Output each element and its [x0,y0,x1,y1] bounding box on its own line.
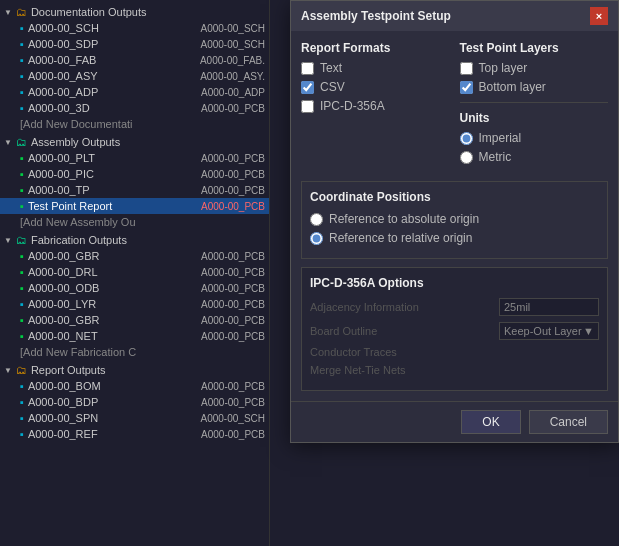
absolute-radio[interactable] [310,213,323,226]
section-header-report[interactable]: ▼ 🗂 Report Outputs [0,362,269,378]
csv-checkbox[interactable] [301,81,314,94]
ipc-options-section: IPC-D-356A Options Adjacency Information… [301,267,608,391]
cancel-button[interactable]: Cancel [529,410,608,434]
tree-item[interactable]: ▪ A000-00_REF A000-00_PCB [0,426,269,442]
item-output: A000-00_SCH [201,413,265,424]
item-name: A000-00_TP [28,184,193,196]
relative-radio[interactable] [310,232,323,245]
ipc-checkbox[interactable] [301,100,314,113]
bottom-layer-checkbox[interactable] [460,81,473,94]
item-name: A000-00_PIC [28,168,193,180]
item-name: A000-00_PLT [28,152,193,164]
right-col: Test Point Layers Top layer Bottom layer… [460,41,609,169]
item-name: A000-00_GBR [28,314,193,326]
metric-radio[interactable] [460,151,473,164]
tree-item[interactable]: ▪ A000-00_ADP A000-00_ADP [0,84,269,100]
item-output: A000-00_PCB [201,169,265,180]
item-icon: ▪ [20,282,24,294]
imperial-label[interactable]: Imperial [479,131,522,145]
tree-item[interactable]: ▪ A000-00_LYR A000-00_PCB [0,296,269,312]
tree-item[interactable]: ▪ A000-00_DRL A000-00_PCB [0,264,269,280]
item-name: A000-00_ASY [28,70,192,82]
item-icon: ▪ [20,168,24,180]
item-name: A000-00_ODB [28,282,193,294]
tree-item[interactable]: ▪ A000-00_SPN A000-00_SCH [0,410,269,426]
item-icon: ▪ [20,184,24,196]
tree-item[interactable]: ▪ A000-00_BOM A000-00_PCB [0,378,269,394]
section-label-documentation: Documentation Outputs [31,6,147,18]
top-layer-checkbox[interactable] [460,62,473,75]
item-output: A000-00_PCB [201,103,265,114]
checkbox-top-layer: Top layer [460,61,609,75]
tree-item[interactable]: ▪ A000-00_ODB A000-00_PCB [0,280,269,296]
tree-item[interactable]: ▪ A000-00_FAB A000-00_FAB. [0,52,269,68]
section-header-fabrication[interactable]: ▼ 🗂 Fabrication Outputs [0,232,269,248]
report-formats-title: Report Formats [301,41,450,55]
bottom-layer-label[interactable]: Bottom layer [479,80,546,94]
tree-item[interactable]: ▪ A000-00_PIC A000-00_PCB [0,166,269,182]
tree-item[interactable]: ▪ A000-00_GBR A000-00_PCB [0,248,269,264]
tree-item-selected[interactable]: ▪ Test Point Report A000-00_PCB [0,198,269,214]
item-output: A000-00_PCB [201,397,265,408]
item-name: A000-00_SCH [28,22,193,34]
csv-label[interactable]: CSV [320,80,345,94]
section-header-assembly[interactable]: ▼ 🗂 Assembly Outputs [0,134,269,150]
imperial-radio[interactable] [460,132,473,145]
tree-item[interactable]: ▪ A000-00_NET A000-00_PCB [0,328,269,344]
dialog-title-bar: Assembly Testpoint Setup × [291,1,618,31]
tree-item[interactable]: ▪ A000-00_BDP A000-00_PCB [0,394,269,410]
ok-button[interactable]: OK [461,410,520,434]
item-output: A000-00_ASY. [200,71,265,82]
ipc-label[interactable]: IPC-D-356A [320,99,385,113]
item-name: A000-00_BOM [28,380,193,392]
item-name: A000-00_NET [28,330,193,342]
section-icon-documentation: 🗂 [16,6,27,18]
relative-label[interactable]: Reference to relative origin [329,231,472,245]
triangle-icon: ▼ [4,366,12,375]
ipc-options-title: IPC-D-356A Options [310,276,599,290]
item-icon: ▪ [20,330,24,342]
text-label[interactable]: Text [320,61,342,75]
add-documentation[interactable]: [Add New Documentati [0,116,269,132]
item-icon: ▪ [20,314,24,326]
section-icon-assembly: 🗂 [16,136,27,148]
item-output: A000-00_PCB [201,283,265,294]
tree-section-report: ▼ 🗂 Report Outputs ▪ A000-00_BOM A000-00… [0,362,269,442]
dialog-close-button[interactable]: × [590,7,608,25]
item-name: A000-00_SPN [28,412,193,424]
tree-item[interactable]: ▪ A000-00_3D A000-00_PCB [0,100,269,116]
ipc-board-label: Board Outline [310,325,499,337]
item-icon: ▪ [20,380,24,392]
item-icon: ▪ [20,412,24,424]
item-name: Test Point Report [28,200,193,212]
tree-item[interactable]: ▪ A000-00_GBR A000-00_PCB [0,312,269,328]
tree-item[interactable]: ▪ A000-00_SDP A000-00_SCH [0,36,269,52]
text-checkbox[interactable] [301,62,314,75]
add-fabrication[interactable]: [Add New Fabrication C [0,344,269,360]
item-name: A000-00_REF [28,428,193,440]
item-output: A000-00_PCB [201,331,265,342]
units-title: Units [460,111,609,125]
ipc-row-merge: Merge Net-Tie Nets [310,364,599,376]
coordinate-positions-section: Coordinate Positions Reference to absolu… [301,181,608,259]
tree-item[interactable]: ▪ A000-00_SCH A000-00_SCH [0,20,269,36]
item-icon: ▪ [20,200,24,212]
item-output: A000-00_PCB [201,251,265,262]
checkbox-text: Text [301,61,450,75]
tree-item[interactable]: ▪ A000-00_TP A000-00_PCB [0,182,269,198]
item-output: A000-00_PCB [201,201,265,212]
tree-item[interactable]: ▪ A000-00_PLT A000-00_PCB [0,150,269,166]
add-assembly[interactable]: [Add New Assembly Ou [0,214,269,230]
dialog-body: Report Formats Text CSV IPC-D-356A Test … [291,31,618,401]
section-header-documentation[interactable]: ▼ 🗂 Documentation Outputs [0,4,269,20]
top-layer-label[interactable]: Top layer [479,61,528,75]
ipc-row-adjacency: Adjacency Information 25mil [310,298,599,316]
item-output: A000-00_SCH [201,39,265,50]
radio-imperial: Imperial [460,131,609,145]
absolute-label[interactable]: Reference to absolute origin [329,212,479,226]
checkbox-bottom-layer: Bottom layer [460,80,609,94]
item-name: A000-00_DRL [28,266,193,278]
metric-label[interactable]: Metric [479,150,512,164]
tree-item[interactable]: ▪ A000-00_ASY A000-00_ASY. [0,68,269,84]
ipc-merge-label: Merge Net-Tie Nets [310,364,599,376]
